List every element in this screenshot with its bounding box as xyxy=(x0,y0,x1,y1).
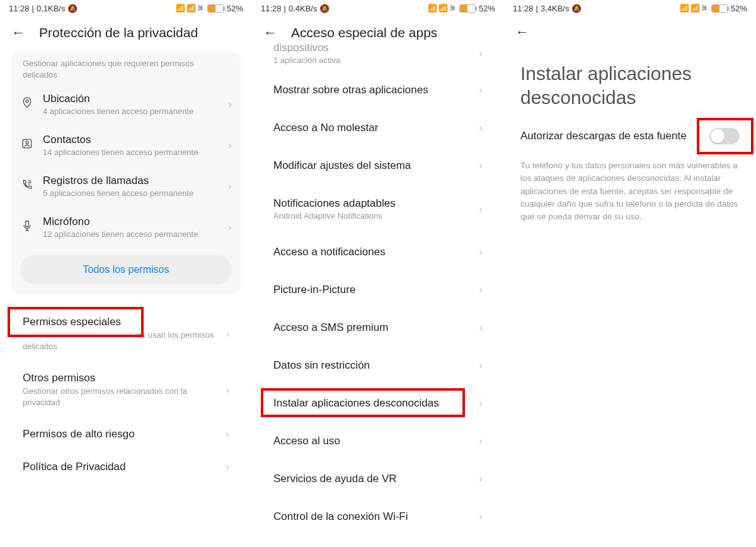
chevron-right-icon: › xyxy=(228,180,232,193)
row-notificaciones-adaptables[interactable]: Notificaciones adaptablesAndroid Adaptiv… xyxy=(252,185,504,233)
row-control-de-la-conexi-n-wi-fi[interactable]: Control de la conexión Wi-Fi› xyxy=(252,498,504,536)
chevron-right-icon: › xyxy=(479,473,483,485)
row-picture-in-picture[interactable]: Picture-in-Picture› xyxy=(252,271,504,309)
row-title: Micrófono xyxy=(43,216,219,228)
chevron-right-icon: › xyxy=(479,284,483,296)
row-modificar-ajustes-del-sistema[interactable]: Modificar ajustes del sistema› xyxy=(252,147,504,185)
row-other-permissions[interactable]: Otros permisos Gestionar otros permisos … xyxy=(8,362,244,418)
dnd-icon: 🔕 xyxy=(319,4,329,13)
chevron-right-icon: › xyxy=(479,122,483,134)
signal-icon: 📶 xyxy=(438,4,448,13)
row-title: Notificaciones adaptables xyxy=(273,197,479,210)
status-bar: 11:28 | 0,4KB/s 🔕 📶 📶 ⚞ 52% xyxy=(252,0,504,16)
row-title: Mostrar sobre otras aplicaciones xyxy=(273,84,479,96)
header: ← xyxy=(504,16,756,42)
chevron-right-icon: › xyxy=(226,328,229,340)
row-instalar-aplicaciones-desconocidas[interactable]: Instalar aplicaciones desconocidas› xyxy=(252,384,504,422)
row-acceso-a-no-molestar[interactable]: Acceso a No molestar› xyxy=(252,109,504,147)
row-special-permissions[interactable]: Permisos especiales Monitorizar cómo las… xyxy=(8,306,244,362)
row-title: Control de la conexión Wi-Fi xyxy=(273,510,479,523)
back-button[interactable]: ← xyxy=(11,26,25,40)
row-title: Acceso al uso xyxy=(273,435,479,447)
button-label: Todos los permisos xyxy=(83,264,169,275)
svg-point-0 xyxy=(26,100,28,103)
screen-special-access: 11:28 | 0,4KB/s 🔕 📶 📶 ⚞ 52% ← Acceso esp… xyxy=(252,0,504,547)
screen-privacy-protection: 11:28 | 0,1KB/s 🔕 📶 📶 ⚞ 52% ← Protección… xyxy=(0,0,252,547)
row-location[interactable]: Ubicación 4 aplicaciones tienen acceso p… xyxy=(11,84,241,125)
row-servicios-de-ayuda-de-vr[interactable]: Servicios de ayuda de VR› xyxy=(252,460,504,498)
battery-icon xyxy=(459,4,476,13)
mic-icon xyxy=(20,219,34,235)
chevron-right-icon: › xyxy=(226,384,229,396)
row-microphone[interactable]: Micrófono 12 aplicaciones tienen acceso … xyxy=(11,207,241,248)
row-sub: 5 aplicaciones tienen acceso permanente xyxy=(43,188,219,198)
all-permissions-button[interactable]: Todos los permisos xyxy=(20,255,232,284)
chevron-right-icon: › xyxy=(479,84,483,96)
status-speed: 0,4KB/s xyxy=(289,4,318,13)
row-title: dispositivos xyxy=(273,42,479,54)
row-title: Permisos especiales xyxy=(23,316,226,328)
dnd-icon: 🔕 xyxy=(67,4,77,13)
row-title: Instalar aplicaciones desconocidas xyxy=(273,397,479,410)
signal-icon: 📶 xyxy=(690,4,700,13)
battery-pct: 52% xyxy=(479,4,495,13)
header: ← Protección de la privacidad xyxy=(0,16,252,52)
location-icon xyxy=(20,96,34,112)
row-calllog[interactable]: Registros de llamadas 5 aplicaciones tie… xyxy=(11,166,241,207)
row-acceso-al-uso[interactable]: Acceso al uso› xyxy=(252,422,504,460)
wifi-icon: ⚞ xyxy=(449,4,456,13)
row-sub: Android Adaptive Notifications xyxy=(273,211,479,221)
row-title: Contactos xyxy=(43,134,219,146)
status-bar: 11:28 | 0,1KB/s 🔕 📶 📶 ⚞ 52% xyxy=(0,0,252,16)
toggle-knob xyxy=(711,129,724,143)
chevron-right-icon: › xyxy=(228,98,232,111)
row-acceso-a-sms-premium[interactable]: Acceso a SMS premium› xyxy=(252,309,504,347)
battery-icon xyxy=(711,4,728,13)
row-title: Acceso a SMS premium xyxy=(273,321,479,334)
row-sub: 12 aplicaciones tienen acceso permanente xyxy=(43,229,219,239)
row-title: Servicios de ayuda de VR xyxy=(273,473,479,485)
row-sub: Gestionar otros permisos relacionados co… xyxy=(23,386,226,408)
row-mostrar-sobre-otras-aplicaciones[interactable]: Mostrar sobre otras aplicaciones› xyxy=(252,71,504,109)
page-title: Acceso especial de apps xyxy=(291,25,437,40)
chevron-right-icon: › xyxy=(479,159,483,172)
battery-pct: 52% xyxy=(227,4,243,13)
row-title: Acceso a No molestar xyxy=(273,122,479,134)
row-sub: 4 aplicaciones tienen acceso permanente xyxy=(43,107,219,116)
row-acceso-a-notificaciones[interactable]: Acceso a notificaciones› xyxy=(252,233,504,271)
page-title: Protección de la privacidad xyxy=(39,25,198,40)
row-title: Ubicación xyxy=(43,93,219,105)
row-contacts[interactable]: Contactos 14 aplicaciones tienen acceso … xyxy=(11,125,241,166)
status-time: 11:28 xyxy=(513,4,534,13)
row-high-risk-permissions[interactable]: Permisos de alto riesgo › xyxy=(8,418,244,451)
toggle-label: Autorizar descargas de esta fuente xyxy=(520,130,709,142)
signal-icon: 📶 xyxy=(680,4,689,13)
signal-icon: 📶 xyxy=(176,4,185,13)
row-sub: 14 aplicaciones tienen acceso permanente xyxy=(43,147,219,157)
battery-pct: 52% xyxy=(731,4,747,13)
row-devices-cutoff[interactable]: dispositivos 1 aplicación activa › xyxy=(252,42,504,71)
row-title: Modificar ajustes del sistema xyxy=(273,159,479,172)
signal-icon: 📶 xyxy=(186,4,196,13)
battery-icon xyxy=(207,4,224,13)
back-button[interactable]: ← xyxy=(515,25,529,39)
chevron-right-icon: › xyxy=(479,359,483,372)
chevron-right-icon: › xyxy=(479,246,483,258)
row-datos-sin-restricci-n[interactable]: Datos sin restricción› xyxy=(252,347,504,384)
svg-rect-3 xyxy=(26,221,29,227)
status-time: 11:28 xyxy=(261,4,282,13)
row-allow-downloads: Autorizar descargas de esta fuente xyxy=(504,115,756,153)
row-title: Datos sin restricción xyxy=(273,359,479,372)
chevron-right-icon: › xyxy=(226,461,229,473)
row-title: Política de Privacidad xyxy=(23,461,226,473)
warning-description: Tu teléfono y tus datos personales son m… xyxy=(504,153,756,229)
chevron-right-icon: › xyxy=(479,435,483,447)
allow-downloads-toggle[interactable] xyxy=(709,128,740,144)
status-time: 11:28 xyxy=(9,4,30,13)
card-intro: Gestionar aplicaciones que requieren per… xyxy=(11,55,241,84)
row-privacy-policy[interactable]: Política de Privacidad › xyxy=(8,451,244,483)
status-speed: 3,4KB/s xyxy=(541,4,570,13)
row-sub: 1 aplicación activa xyxy=(273,55,479,65)
contacts-icon xyxy=(20,137,34,153)
back-button[interactable]: ← xyxy=(263,26,277,40)
